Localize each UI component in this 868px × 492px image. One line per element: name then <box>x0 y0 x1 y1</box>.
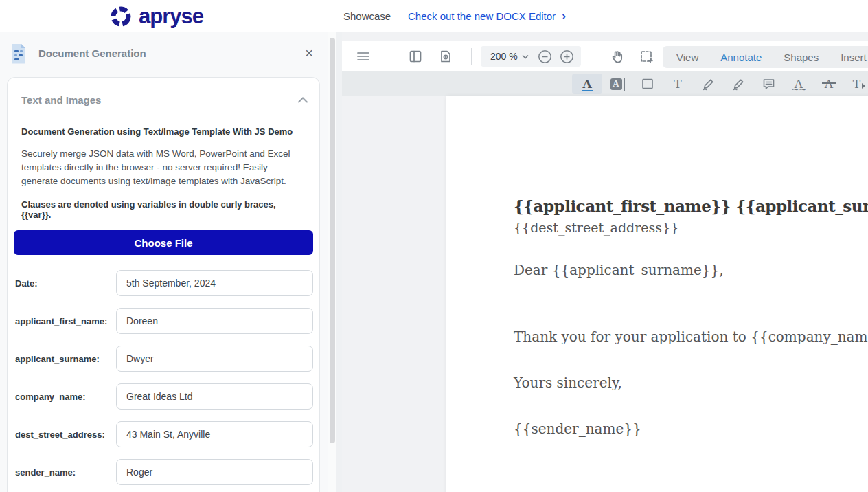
card-header: Text and Images <box>14 91 313 108</box>
chevron-right-icon: › <box>562 9 566 23</box>
field-label: applicant_first_name: <box>14 316 107 326</box>
freehand-pen-tool-icon[interactable] <box>693 74 723 94</box>
header-divider <box>389 6 389 25</box>
strike-bar <box>822 82 836 84</box>
form-row-address: dest_street_address: <box>14 421 313 447</box>
doc-heading: {{applicant_first_name}} {{applicant_sur… <box>514 197 868 215</box>
marquee-zoom-icon[interactable] <box>633 44 659 69</box>
toolbar-divider <box>471 48 472 65</box>
form-row-company: company_name: <box>14 383 313 410</box>
applicant-surname-field[interactable] <box>116 346 313 372</box>
left-panel-toggle-icon[interactable] <box>402 44 429 69</box>
apryse-logo-icon <box>108 4 133 29</box>
tool-glyph: T <box>853 77 860 91</box>
docx-editor-link-label: Check out the new DOCX Editor <box>408 10 556 22</box>
docgen-panel-header: Document Generation × <box>0 32 328 76</box>
panel-title: Document Generation <box>38 47 146 59</box>
panel-viewer-gap <box>336 32 342 492</box>
field-label: applicant_surname: <box>14 354 100 364</box>
clauses-note: Clauses are denoted using variables in d… <box>21 199 306 220</box>
choose-file-button[interactable]: Choose File <box>14 230 313 255</box>
document-area: {{applicant_first_name}} {{applicant_sur… <box>342 96 868 492</box>
field-label: sender_name: <box>14 467 76 478</box>
free-text-tool-icon[interactable]: A <box>602 74 632 94</box>
webviewer: 200 % View Annotate Shapes <box>342 32 868 492</box>
field-label: Date: <box>14 278 38 289</box>
panel-scrollbar-thumb[interactable] <box>330 38 335 443</box>
highlight-tool-icon[interactable]: A <box>572 74 602 94</box>
toolbar-divider <box>591 48 591 65</box>
zoom-level-value: 200 % <box>490 51 518 62</box>
card-title: Text and Images <box>21 94 101 106</box>
doc-address: {{dest_street_address}} <box>514 220 678 235</box>
doc-closing: Yours sincerely, <box>514 374 622 391</box>
demo-title: Document Generation using Text/Image Tem… <box>21 126 306 137</box>
chevron-down-icon <box>522 54 529 59</box>
close-icon[interactable]: × <box>299 43 319 63</box>
menu-icon[interactable] <box>350 44 376 69</box>
date-field[interactable] <box>116 270 313 296</box>
document-generation-icon <box>10 43 27 64</box>
tool-glyph: A <box>582 77 591 91</box>
annotate-tools: A A T <box>572 74 868 94</box>
squiggly-tool-icon[interactable]: A ~~ <box>784 74 814 94</box>
form-row-surname: applicant_surname: <box>14 346 313 372</box>
tool-glyph: A <box>610 78 622 90</box>
zoom-in-icon[interactable] <box>556 46 578 67</box>
company-name-field[interactable] <box>116 383 313 410</box>
caret-right-icon <box>862 83 865 89</box>
tab-view[interactable]: View <box>676 52 698 63</box>
doc-salutation: Dear {{applicant_surname}}, <box>514 262 724 278</box>
form-row-first-name: applicant_first_name: <box>14 308 313 334</box>
page-controls-icon[interactable] <box>433 44 459 69</box>
docx-editor-link[interactable]: Check out the new DOCX Editor › <box>408 0 566 32</box>
demo-description: Securely merge JSON data with MS Word, P… <box>21 147 306 188</box>
pan-tool-icon[interactable] <box>604 44 630 69</box>
tab-insert[interactable]: Insert <box>841 52 867 63</box>
apryse-logo-text: apryse <box>139 4 203 29</box>
panel-scrollbar <box>328 32 336 492</box>
zoom-level-dropdown[interactable]: 200 % <box>481 51 534 62</box>
chevron-up-icon[interactable] <box>295 91 311 108</box>
freehand-highlight-tool-icon[interactable] <box>723 74 753 94</box>
template-form: Date: applicant_first_name: applicant_su… <box>14 270 313 485</box>
dest-street-address-field[interactable] <box>116 421 313 447</box>
form-row-date: Date: <box>14 270 313 296</box>
zoom-controls: 200 % <box>481 46 581 67</box>
app-root: apryse Showcase Check out the new DOCX E… <box>0 0 868 492</box>
text-tools-dropdown-icon[interactable]: T <box>844 74 868 94</box>
apryse-logo: apryse <box>108 1 203 32</box>
highlight-color-bar <box>582 90 593 92</box>
text-cursor-bar <box>624 78 625 91</box>
top-header: apryse Showcase Check out the new DOCX E… <box>0 0 868 32</box>
docgen-panel: Document Generation × Text and Images Do… <box>0 32 328 492</box>
toolbar-divider <box>389 48 389 65</box>
applicant-first-name-field[interactable] <box>116 308 313 334</box>
field-label: company_name: <box>14 392 86 402</box>
nav-showcase[interactable]: Showcase <box>343 0 391 32</box>
annotate-toolbar: A A T <box>342 71 868 96</box>
text-note-tool-icon[interactable]: T <box>663 74 693 94</box>
rectangle-tool-icon[interactable] <box>632 74 663 94</box>
form-row-sender: sender_name: <box>14 459 313 485</box>
tab-annotate[interactable]: Annotate <box>720 52 762 63</box>
squiggle-mark: ~~ <box>791 84 806 95</box>
doc-body-line: Thank you for your application to {{comp… <box>514 328 868 345</box>
tool-glyph: T <box>674 77 681 91</box>
ribbon-tabs: View Annotate Shapes Insert <box>663 46 868 68</box>
strikeout-tool-icon[interactable]: A <box>814 74 844 94</box>
text-and-images-card: Text and Images Document Generation usin… <box>7 77 320 492</box>
doc-sender: {{sender_name}} <box>514 421 641 437</box>
field-label: dest_street_address: <box>14 429 105 440</box>
zoom-out-icon[interactable] <box>534 46 556 67</box>
sticky-note-tool-icon[interactable] <box>753 74 784 94</box>
viewer-toolbar: 200 % View Annotate Shapes <box>342 41 868 71</box>
tab-shapes[interactable]: Shapes <box>784 52 819 63</box>
sender-name-field[interactable] <box>116 459 313 485</box>
tool-glyph: A <box>825 77 833 91</box>
document-page: {{applicant_first_name}} {{applicant_sur… <box>446 96 868 492</box>
